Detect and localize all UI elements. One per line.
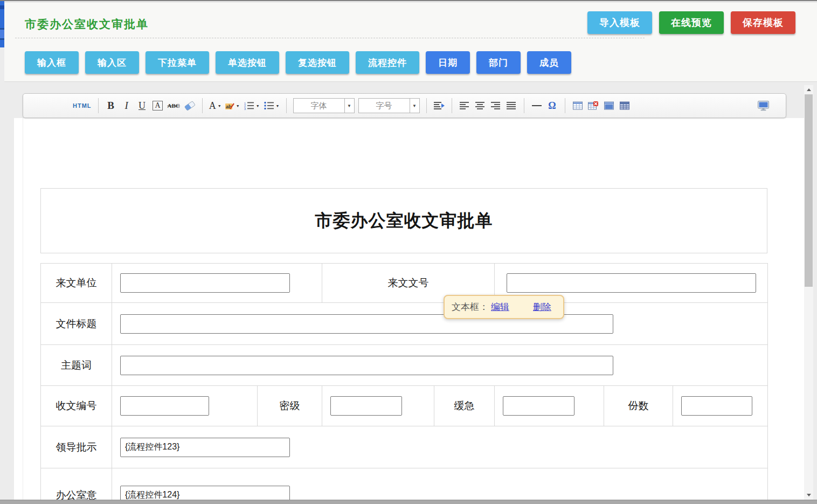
secrecy-level-input[interactable] [330,396,402,416]
italic-icon[interactable]: I [121,98,133,113]
tooltip-delete-link[interactable]: 删除 [533,301,551,313]
page-title: 市委办公室收文审批单 [25,17,149,32]
chevron-down-icon: ▼ [344,99,354,113]
window-bottom-edge [0,500,817,504]
header-action-buttons: 导入模板 在线预览 保存模板 [587,11,795,34]
incoming-doc-number-input[interactable] [507,273,756,293]
scrollbar-thumb[interactable] [805,94,813,287]
control-button-member[interactable]: 成员 [527,51,571,74]
online-preview-button[interactable]: 在线预览 [659,11,724,34]
font-color-icon[interactable]: A▼ [209,98,221,113]
unordered-list-icon[interactable]: ▼ [264,98,280,113]
toolbar-separator [426,98,427,113]
header-divider [15,38,645,38]
background-window-mark [0,28,4,40]
approval-form-table: 来文单位 来文文号 文件标题 主题词 收文编号 密级 缓急 份数 领导批示 办公… [40,263,768,504]
tooltip-label: 文本框： [452,301,488,313]
editor-toolbar: HTML B I U A ABC A▼ ab ▼ 1 2 3 ▼ [23,93,786,118]
field-label-office-opinion: 办公室意 [41,468,112,504]
strikethrough-icon[interactable]: ABC [168,98,180,113]
insert-table-icon[interactable] [572,98,584,113]
field-label-receipt-number: 收文编号 [41,386,112,426]
tooltip-edit-link[interactable]: 编辑 [491,301,509,313]
scroll-up-arrow[interactable] [804,85,813,94]
source-code-icon[interactable]: HTML [73,98,92,113]
control-tooltip: 文本框： 编辑 删除 [444,295,564,319]
window-top-edge [0,0,817,3]
field-label-subject-words: 主题词 [41,345,112,386]
toolbar-separator [98,98,99,113]
control-button-flow-control[interactable]: 流程控件 [356,51,419,74]
page-header: 市委办公室收文审批单 导入模板 在线预览 保存模板 输入框 输入区 下拉菜单 单… [4,3,817,82]
control-button-date[interactable]: 日期 [426,51,470,74]
highlight-icon[interactable]: ab ▼ [225,98,240,113]
svg-text:3: 3 [244,107,246,110]
field-label-leader-instructions: 领导批示 [41,426,112,468]
save-template-button[interactable]: 保存模板 [731,11,795,34]
background-window-mark [0,5,4,9]
align-center-icon[interactable] [474,98,486,113]
special-char-icon[interactable]: Ω [546,98,558,113]
table-row: 来文单位 来文文号 [41,264,768,303]
font-family-select[interactable]: 字体 ▼ [293,98,355,113]
toolbar-separator [524,98,524,113]
field-label-incoming-unit: 来文单位 [41,264,112,303]
leader-instructions-input[interactable] [120,438,290,457]
receipt-number-input[interactable] [120,396,209,416]
table-row: 办公室意 [41,468,768,504]
align-left-icon[interactable] [459,98,470,113]
field-label-doc-title: 文件标题 [41,303,112,345]
vertical-scrollbar[interactable] [804,85,813,500]
field-label-copies: 份数 [604,386,673,426]
horizontal-rule-icon[interactable] [531,98,543,113]
bold-icon[interactable]: B [105,98,117,113]
form-title-box: 市委办公室收文审批单 [40,188,767,253]
ordered-list-icon[interactable]: 1 2 3 ▼ [244,98,260,113]
field-label-urgency: 缓急 [434,386,495,426]
copies-input[interactable] [681,396,752,416]
align-justify-icon[interactable] [506,98,517,113]
urgency-input[interactable] [503,396,574,416]
control-button-textarea[interactable]: 输入区 [85,51,139,74]
boxed-font-icon[interactable]: A [152,98,164,113]
table-row: 文件标题 [41,303,768,345]
table-row: 领导批示 [41,426,768,468]
subject-words-input[interactable] [120,356,613,375]
toolbar-separator [286,98,287,113]
chevron-down-icon: ▼ [410,99,419,113]
toolbar-separator [452,98,452,113]
toolbar-separator [202,98,203,113]
table-row: 主题词 [41,345,768,386]
incoming-unit-input[interactable] [120,273,290,293]
form-control-buttons: 输入框 输入区 下拉菜单 单选按钮 复选按钮 流程控件 日期 部门 成员 [25,51,571,74]
editor-frame-edge [23,118,23,504]
toolbar-separator [565,98,565,113]
indent-icon[interactable] [433,98,445,113]
background-window-edge [0,1,4,47]
control-button-radio[interactable]: 单选按钮 [216,51,279,74]
underline-icon[interactable]: U [136,98,148,113]
scroll-down-arrow[interactable] [804,491,813,500]
font-size-select[interactable]: 字号 ▼ [358,98,420,113]
cell-properties-icon[interactable] [619,98,631,113]
table-properties-icon[interactable] [603,98,615,113]
import-template-button[interactable]: 导入模板 [587,11,652,34]
form-title: 市委办公室收文审批单 [315,209,493,233]
eraser-icon[interactable] [184,98,196,113]
control-button-dropdown[interactable]: 下拉菜单 [146,51,209,74]
control-button-checkbox[interactable]: 复选按钮 [286,51,349,74]
align-right-icon[interactable] [490,98,502,113]
control-button-input-box[interactable]: 输入框 [25,51,79,74]
control-button-department[interactable]: 部门 [476,51,521,74]
fullscreen-icon[interactable] [757,98,770,113]
delete-table-icon[interactable] [587,98,599,113]
table-row: 收文编号 密级 缓急 份数 [41,386,768,426]
field-label-secrecy-level: 密级 [258,386,322,426]
